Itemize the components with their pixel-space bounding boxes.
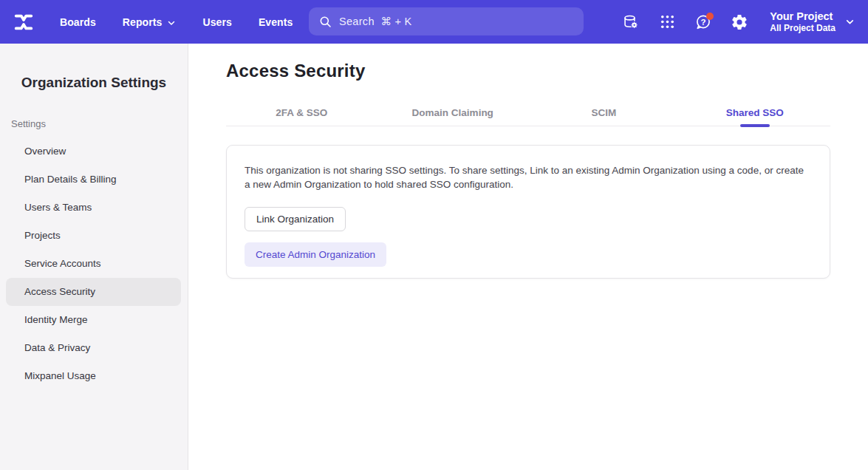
nav-item-label: Events xyxy=(259,16,293,28)
search-icon xyxy=(318,15,332,29)
nav-item-reports[interactable]: Reports xyxy=(123,16,177,28)
sidebar-item-overview[interactable]: Overview xyxy=(0,137,188,166)
tab-scim[interactable]: SCIM xyxy=(528,104,680,126)
sidebar-item-service-accounts[interactable]: Service Accounts xyxy=(0,250,188,278)
chevron-down-icon xyxy=(845,17,855,27)
tab-2fa-sso[interactable]: 2FA & SSO xyxy=(226,104,377,126)
top-navigation-bar: Boards Reports Users Events xyxy=(0,0,868,44)
tab-shared-sso[interactable]: Shared SSO xyxy=(680,104,831,126)
sidebar-item-identity-merge[interactable]: Identity Merge xyxy=(0,306,188,334)
apps-grid-button[interactable] xyxy=(658,13,676,31)
primary-nav: Boards Reports Users Events xyxy=(60,0,293,44)
notification-dot xyxy=(706,13,714,20)
mixpanel-logo[interactable] xyxy=(12,10,35,34)
sidebar-item-projects[interactable]: Projects xyxy=(0,222,188,250)
nav-item-events[interactable]: Events xyxy=(259,16,293,28)
svg-text:?: ? xyxy=(701,17,706,26)
sidebar-item-users-teams[interactable]: Users & Teams xyxy=(0,194,188,222)
sidebar-title: Organization Settings xyxy=(0,75,188,91)
gear-icon xyxy=(731,13,748,31)
sidebar-item-data-privacy[interactable]: Data & Privacy xyxy=(0,334,188,362)
database-gear-icon xyxy=(622,13,640,31)
sidebar-section-label: Settings xyxy=(11,118,46,129)
app-window: Boards Reports Users Events xyxy=(0,0,868,470)
chevron-down-icon xyxy=(167,18,176,27)
main-content: Access Security 2FA & SSO Domain Claimin… xyxy=(189,44,868,470)
shared-sso-card: This organization is not sharing SSO set… xyxy=(226,145,830,279)
sidebar: Organization Settings Settings Overview … xyxy=(0,44,188,470)
sidebar-nav: Overview Plan Details & Billing Users & … xyxy=(0,137,188,390)
mixpanel-logo-icon xyxy=(13,11,35,33)
apps-grid-icon xyxy=(659,13,676,30)
sidebar-item-mixpanel-usage[interactable]: Mixpanel Usage xyxy=(0,362,188,390)
sidebar-item-access-security[interactable]: Access Security xyxy=(6,278,181,306)
nav-item-boards[interactable]: Boards xyxy=(60,16,96,28)
settings-button[interactable] xyxy=(731,13,748,31)
card-description: This organization is not sharing SSO set… xyxy=(245,163,810,191)
topbar-actions: ? Your Project All Project Data xyxy=(622,0,855,44)
nav-item-users[interactable]: Users xyxy=(202,16,231,28)
link-organization-button[interactable]: Link Organization xyxy=(245,207,346,231)
card-actions: Link Organization Create Admin Organizat… xyxy=(245,191,812,267)
nav-item-label: Boards xyxy=(60,16,96,28)
help-button[interactable]: ? xyxy=(694,13,712,31)
create-admin-organization-button[interactable]: Create Admin Organization xyxy=(245,242,386,267)
page-title: Access Security xyxy=(226,61,365,81)
project-data-scope: All Project Data xyxy=(770,23,835,34)
search-input[interactable] xyxy=(339,16,561,27)
project-switcher[interactable]: Your Project All Project Data xyxy=(770,10,855,34)
tab-bar: 2FA & SSO Domain Claiming SCIM Shared SS… xyxy=(226,104,830,126)
nav-item-label: Users xyxy=(202,16,231,28)
data-management-button[interactable] xyxy=(622,13,640,31)
project-name: Your Project xyxy=(770,10,833,23)
nav-item-label: Reports xyxy=(123,16,163,28)
sidebar-item-plan-details-billing[interactable]: Plan Details & Billing xyxy=(0,166,188,194)
search-bar[interactable] xyxy=(309,7,584,35)
tab-domain-claiming[interactable]: Domain Claiming xyxy=(377,104,529,126)
